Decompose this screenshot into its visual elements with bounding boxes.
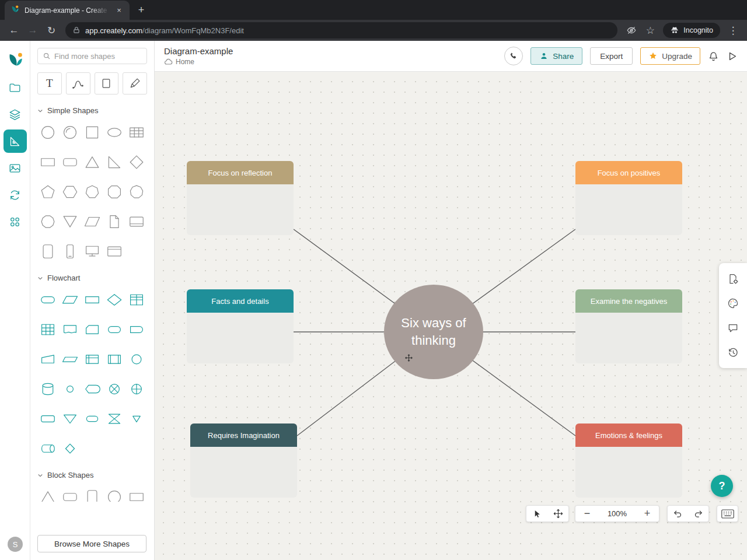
shape-data[interactable] bbox=[60, 289, 81, 310]
shape-table-2[interactable] bbox=[126, 289, 147, 310]
shape-delay[interactable] bbox=[126, 319, 147, 340]
sidebar-item-images[interactable] bbox=[4, 156, 27, 180]
section-simple-shapes[interactable]: Simple Shapes bbox=[37, 106, 147, 115]
user-avatar[interactable]: S bbox=[8, 537, 23, 552]
shape-terminator[interactable] bbox=[37, 289, 58, 310]
zoom-in-button[interactable]: + bbox=[641, 508, 653, 520]
shape-stadium[interactable] bbox=[104, 319, 125, 340]
shape-display[interactable] bbox=[82, 379, 103, 400]
shape-circle[interactable] bbox=[104, 487, 125, 502]
shape-ellipse[interactable] bbox=[104, 122, 125, 143]
shape-triangle[interactable] bbox=[37, 487, 58, 502]
undo-button[interactable] bbox=[668, 506, 688, 522]
back-button[interactable]: ← bbox=[6, 22, 22, 38]
call-button[interactable] bbox=[504, 47, 523, 65]
section-block-shapes[interactable]: Block Shapes bbox=[37, 471, 147, 480]
shape-triangle[interactable] bbox=[82, 152, 103, 173]
shape-database[interactable] bbox=[37, 379, 58, 400]
sidebar-item-sync[interactable] bbox=[4, 183, 27, 206]
shape-frame[interactable] bbox=[126, 211, 147, 232]
shape-document-wave[interactable] bbox=[60, 319, 81, 340]
sidebar-item-layers[interactable] bbox=[4, 103, 27, 126]
shape-rounded-square[interactable] bbox=[82, 487, 103, 502]
shape-paper-tape[interactable] bbox=[60, 349, 81, 370]
shape-direct-access[interactable] bbox=[37, 438, 58, 459]
shape-heptagon[interactable] bbox=[82, 181, 103, 202]
diagram-canvas[interactable]: Focus on reflectionFocus on positivesFac… bbox=[155, 72, 747, 560]
document-title[interactable]: Diagram-example bbox=[164, 46, 233, 56]
shape-merge[interactable] bbox=[60, 408, 81, 429]
diagram-node[interactable]: Focus on reflection bbox=[187, 161, 294, 235]
shape-square[interactable] bbox=[82, 122, 103, 143]
shape-rectangle[interactable] bbox=[37, 152, 58, 173]
shape-manual-input[interactable] bbox=[37, 349, 58, 370]
shape-internal-storage[interactable] bbox=[82, 349, 103, 370]
shape-decagon[interactable] bbox=[37, 211, 58, 232]
shape-rectangle[interactable] bbox=[126, 487, 147, 502]
tab-close-button[interactable]: × bbox=[114, 6, 124, 15]
forward-button[interactable]: → bbox=[25, 22, 41, 38]
pen-tool[interactable] bbox=[123, 72, 147, 94]
center-topic-node[interactable]: Six ways of thinking bbox=[384, 285, 483, 379]
export-button[interactable]: Export bbox=[590, 47, 633, 65]
shape-nonagon[interactable] bbox=[126, 181, 147, 202]
shape-rounded-rectangle[interactable] bbox=[60, 152, 81, 173]
url-bar[interactable]: app.creately.com/diagram/WomFqMb2N3F/edi… bbox=[65, 22, 617, 38]
text-tool[interactable]: T bbox=[37, 72, 62, 94]
shape-decision[interactable] bbox=[104, 289, 125, 310]
shape-terminator-small[interactable] bbox=[82, 408, 103, 429]
new-tab-button[interactable]: + bbox=[133, 2, 149, 18]
shape-pentagon[interactable] bbox=[37, 181, 58, 202]
shape-arc-circle[interactable] bbox=[60, 122, 81, 143]
comments-icon[interactable] bbox=[723, 318, 743, 338]
shape-inverted-triangle[interactable] bbox=[60, 211, 81, 232]
search-input[interactable] bbox=[54, 52, 142, 61]
shape-sort[interactable] bbox=[60, 438, 81, 459]
shape-octagon[interactable] bbox=[104, 181, 125, 202]
frame-tool[interactable] bbox=[95, 72, 119, 94]
shape-diamond[interactable] bbox=[126, 152, 147, 173]
diagram-node[interactable]: Focus on positives bbox=[575, 161, 682, 235]
diagram-settings-icon[interactable] bbox=[723, 269, 743, 289]
shape-document[interactable] bbox=[104, 211, 125, 232]
shape-hexagon[interactable] bbox=[60, 181, 81, 202]
history-icon[interactable] bbox=[723, 342, 743, 362]
diagram-node[interactable]: Requires Imagination bbox=[190, 424, 297, 498]
sidebar-item-apps[interactable] bbox=[4, 210, 27, 233]
diagram-node[interactable]: Facts and details bbox=[187, 289, 294, 363]
diagram-node[interactable]: Emotions & feelings bbox=[575, 424, 682, 498]
shape-process[interactable] bbox=[82, 289, 103, 310]
shape-browser-window[interactable] bbox=[104, 241, 125, 262]
shape-extract[interactable] bbox=[126, 408, 147, 429]
browser-menu-button[interactable]: ⋮ bbox=[725, 22, 741, 38]
section-flowchart[interactable]: Flowchart bbox=[37, 274, 147, 282]
shape-grid[interactable] bbox=[37, 319, 58, 340]
eye-off-icon[interactable] bbox=[623, 22, 640, 38]
help-button[interactable]: ? bbox=[711, 475, 733, 497]
present-icon[interactable] bbox=[727, 51, 738, 62]
keyboard-icon[interactable] bbox=[717, 506, 738, 522]
browse-more-shapes-button[interactable]: Browse More Shapes bbox=[37, 535, 146, 552]
shape-junction[interactable] bbox=[60, 379, 81, 400]
shape-summing-junction[interactable] bbox=[126, 379, 147, 400]
shape-mobile[interactable] bbox=[60, 241, 81, 262]
redo-button[interactable] bbox=[688, 506, 708, 522]
shape-alternate-process[interactable] bbox=[37, 408, 58, 429]
bookmark-button[interactable]: ☆ bbox=[642, 22, 658, 38]
pan-tool-button[interactable] bbox=[547, 506, 568, 522]
shape-collate[interactable] bbox=[104, 408, 125, 429]
shape-rounded-square[interactable] bbox=[37, 241, 58, 262]
reload-button[interactable]: ↻ bbox=[43, 22, 60, 38]
shape-table[interactable] bbox=[126, 122, 147, 143]
shape-search[interactable] bbox=[37, 48, 147, 64]
shape-monitor[interactable] bbox=[82, 241, 103, 262]
shape-right-triangle[interactable] bbox=[104, 152, 125, 173]
connector-tool[interactable] bbox=[66, 72, 90, 94]
creately-logo[interactable] bbox=[5, 49, 26, 72]
sidebar-item-folders[interactable] bbox=[4, 76, 27, 99]
browser-tab[interactable]: Diagram-example - Create × bbox=[5, 1, 130, 20]
breadcrumb[interactable]: Home bbox=[164, 58, 233, 66]
theme-palette-icon[interactable] bbox=[723, 293, 743, 313]
zoom-out-button[interactable]: − bbox=[581, 508, 593, 520]
upgrade-button[interactable]: Upgrade bbox=[640, 47, 700, 65]
